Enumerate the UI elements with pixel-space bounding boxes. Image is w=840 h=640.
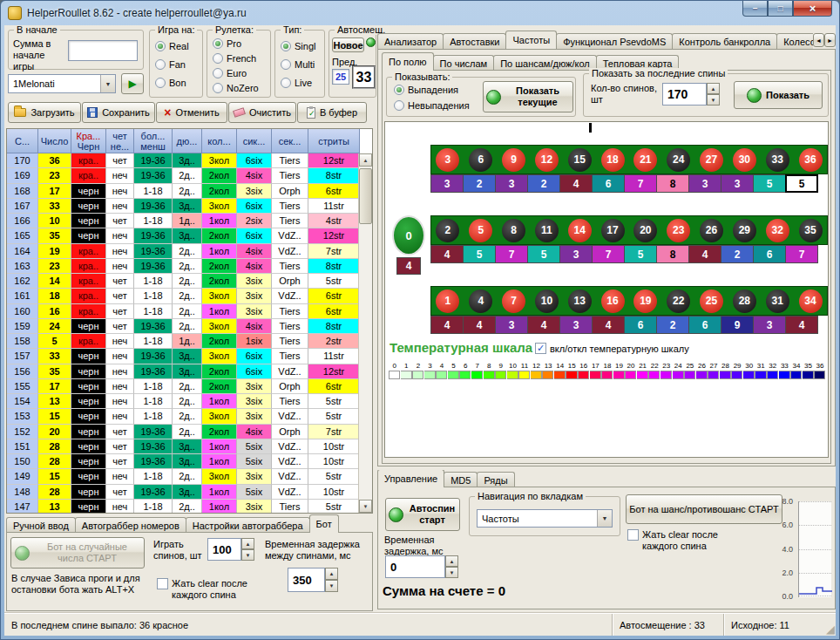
spin-down-icon[interactable]: ▼ xyxy=(325,580,338,592)
subtab-by-numbers[interactable]: По числам xyxy=(433,55,495,71)
tab-autobets[interactable]: Автоставки xyxy=(443,33,506,49)
radio-multi[interactable]: Multi xyxy=(281,59,315,70)
table-row[interactable]: 16817черннеч1-182д..2кол3sixOrph6str xyxy=(7,184,372,199)
maximize-button[interactable]: □ xyxy=(768,1,793,17)
tab-md5[interactable]: MD5 xyxy=(444,472,478,487)
tab-analyzer[interactable]: Анализатор xyxy=(377,33,444,49)
table-row[interactable]: 15220чернчет19-362д..2кол4sixOrph7str xyxy=(7,425,372,439)
show-current-button[interactable]: Показать текущие xyxy=(483,81,573,112)
column-header[interactable]: Кра...Черн xyxy=(71,129,106,153)
spins-count-stepper[interactable]: 100 ▲▼ xyxy=(207,538,254,561)
tab-wheel[interactable]: Колесо xyxy=(776,33,813,49)
minimize-button[interactable]: – xyxy=(742,1,768,17)
control-clear-checkbox[interactable]: Жать clear после каждого спина xyxy=(627,529,746,552)
table-row[interactable]: 16419кра..неч19-362д..1кол4sixVdZ..7str xyxy=(7,244,372,259)
undo-button[interactable]: ×Отменить xyxy=(156,102,227,123)
scroll-down-icon[interactable]: ▼ xyxy=(359,500,372,513)
table-row[interactable]: 15128чернчет19-363д..1кол5sixVdZ..10str xyxy=(7,439,372,454)
table-row[interactable]: 14915черннеч1-182д..3кол3sixVdZ..5str xyxy=(7,469,372,484)
preset-combobox[interactable]: 1Melonati ▼ xyxy=(8,74,116,93)
radio-french[interactable]: French xyxy=(213,53,256,64)
table-row[interactable]: 15924чернчет19-362д..3кол4sixTiers8str xyxy=(7,319,372,334)
table-row[interactable]: 16214кра..чет1-182д..2кол3sixOrph5str xyxy=(7,274,372,289)
titlebar[interactable]: HelperRoullet 8.62 - create helperroulle… xyxy=(1,1,839,25)
radio-hits[interactable]: Выпадения xyxy=(394,85,458,95)
subtab-by-chances[interactable]: По шансам/дюж/кол xyxy=(493,55,597,71)
spin-up-icon[interactable]: ▲ xyxy=(241,538,254,549)
table-row[interactable]: 15517черннеч1-182д..2кол3sixOrph6str xyxy=(7,379,372,394)
autospin-start-button[interactable]: Автоспин старт xyxy=(385,498,460,531)
play-button[interactable]: ▶ xyxy=(121,73,144,94)
table-row[interactable]: 16610чернчет1-181д..1кол2sixTiers4str xyxy=(7,214,372,228)
delay-stepper[interactable]: 0 ▲▼ xyxy=(385,555,458,578)
tab-scroll-right-icon[interactable]: ► xyxy=(824,33,836,47)
new-button[interactable]: Новое xyxy=(332,37,364,52)
table-row[interactable]: 16535черннеч19-363д..2кол6sixVdZ..12str xyxy=(7,228,372,243)
column-header[interactable]: бол...менш xyxy=(134,129,173,153)
tab-manual-input[interactable]: Ручной ввод xyxy=(6,517,76,533)
table-scrollbar[interactable]: ▲ ▼ xyxy=(358,153,372,513)
save-button[interactable]: Сохранить xyxy=(82,102,155,123)
radio-euro[interactable]: Euro xyxy=(213,68,247,78)
column-header[interactable]: Число xyxy=(38,129,71,153)
temperature-checkbox[interactable]: ✓ вкл/откл температурную шкалу xyxy=(535,343,689,354)
tab-control[interactable]: Управление xyxy=(377,470,444,487)
start-sum-input[interactable] xyxy=(68,40,138,61)
radio-misses[interactable]: Невыпадения xyxy=(394,100,470,111)
table-row[interactable]: 15733черннеч19-363д..3кол6sixTiers11str xyxy=(7,349,372,364)
tab-pseudoms[interactable]: Функционал PsevdoMS xyxy=(556,33,673,49)
radio-pro[interactable]: Pro xyxy=(213,38,241,49)
resize-grip[interactable]: ◢ xyxy=(826,623,835,636)
tab-autograbber[interactable]: Автограббер номеров xyxy=(75,517,186,533)
column-header[interactable]: С... xyxy=(7,129,38,153)
table-row[interactable]: 15315черннеч1-182д..3кол3sixVdZ..5str xyxy=(7,409,372,424)
column-header[interactable]: кол... xyxy=(202,129,237,153)
spin-down-icon[interactable]: ▼ xyxy=(241,549,254,561)
column-header[interactable]: сек... xyxy=(272,129,308,153)
spin-down-icon[interactable]: ▼ xyxy=(707,94,720,106)
radio-bon[interactable]: Bon xyxy=(155,78,186,88)
tab-bankroll[interactable]: Контроль банкролла xyxy=(672,33,777,49)
table-row[interactable]: 16118кра..чет1-182д..3кол3sixVdZ..6str xyxy=(7,289,372,303)
chevron-down-icon[interactable]: ▼ xyxy=(597,510,612,527)
column-header[interactable]: сик... xyxy=(237,129,272,153)
chevron-down-icon[interactable]: ▼ xyxy=(100,75,115,92)
table-row[interactable]: 16923кра..неч19-362д..2кол4sixTiers8str xyxy=(7,168,372,183)
scroll-up-icon[interactable]: ▲ xyxy=(359,153,372,167)
column-header[interactable]: четне... xyxy=(106,129,134,153)
table-row[interactable]: 14828чернчет19-363д..1кол5sixVdZ..10str xyxy=(7,485,372,500)
close-button[interactable]: × xyxy=(793,1,832,17)
radio-nozero[interactable]: NoZero xyxy=(213,83,259,93)
radio-real[interactable]: Real xyxy=(155,41,189,51)
subtab-by-field[interactable]: По полю xyxy=(382,52,434,71)
table-row[interactable]: 14713черннеч1-182д..1кол3sixTiers5str xyxy=(7,500,372,514)
radio-singl[interactable]: Singl xyxy=(281,41,315,51)
random-bot-start-button[interactable]: Бот на случайные числа СТАРТ xyxy=(10,537,145,569)
load-button[interactable]: Загрузить xyxy=(8,102,81,123)
spins-show-count-stepper[interactable]: 170 ▲▼ xyxy=(662,83,720,106)
spin-up-icon[interactable]: ▲ xyxy=(707,83,720,94)
table-row[interactable]: 17036кра..чет19-363д..3кол6sixTiers12str xyxy=(7,153,372,168)
table-row[interactable]: 1585кра..неч1-181д..2кол1sixTiers2str xyxy=(7,334,372,349)
scrollbar-thumb[interactable] xyxy=(359,168,372,224)
tab-bot[interactable]: Бот xyxy=(309,514,339,533)
show-button[interactable]: Показать xyxy=(734,81,823,109)
nav-combobox[interactable]: Частоты ▼ xyxy=(477,509,613,528)
column-header[interactable]: дю... xyxy=(173,129,202,153)
radio-live[interactable]: Live xyxy=(281,78,312,88)
radio-fan[interactable]: Fan xyxy=(155,59,186,70)
tab-scroll-left-icon[interactable]: ◄ xyxy=(813,33,824,47)
tab-frequencies[interactable]: Частоты xyxy=(505,31,557,49)
table-row[interactable]: 15635черннеч19-363д..2кол6sixVdZ..12str xyxy=(7,364,372,379)
buffer-button[interactable]: В буфер xyxy=(297,102,367,123)
table-row[interactable]: 16016кра..чет1-182д..1кол3sixTiers6str xyxy=(7,304,372,319)
table-row[interactable]: 15413черннеч1-182д..1кол3sixTiers5str xyxy=(7,394,372,409)
spin-up-icon[interactable]: ▲ xyxy=(445,555,458,567)
tab-rows[interactable]: Ряды xyxy=(477,472,514,487)
clear-button[interactable]: Очистить xyxy=(228,102,296,123)
spin-down-icon[interactable]: ▼ xyxy=(445,567,458,578)
column-header[interactable]: стриты xyxy=(308,129,360,153)
table-row[interactable]: 16733черннеч19-363д..3кол6sixTiers11str xyxy=(7,199,372,214)
tab-autograbber-settings[interactable]: Настройки автограббера xyxy=(186,517,310,533)
spin-up-icon[interactable]: ▲ xyxy=(325,568,338,580)
